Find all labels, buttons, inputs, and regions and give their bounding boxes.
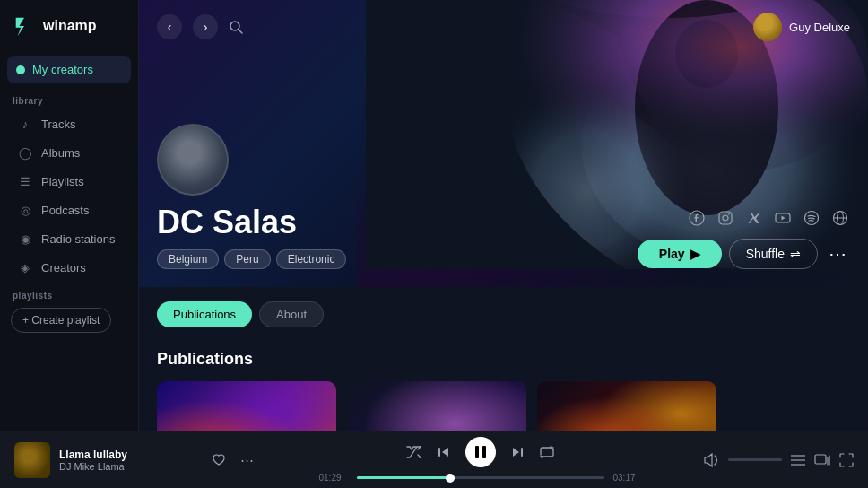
avatar[interactable] xyxy=(753,13,782,41)
heart-icon xyxy=(212,453,226,467)
fullscreen-icon xyxy=(839,453,854,467)
sidebar-item-tracks[interactable]: ♪ Tracks xyxy=(5,110,133,137)
sidebar-item-podcasts[interactable]: ◎ Podcasts xyxy=(5,196,133,223)
artist-actions-bar: Play ▶ Shuffle ⇌ ⋯ xyxy=(638,208,850,269)
play-triangle-icon: ▶ xyxy=(690,247,700,261)
play-button[interactable]: Play ▶ xyxy=(638,240,722,268)
pub-card-2[interactable] xyxy=(347,381,526,431)
music-note-icon: ♪ xyxy=(18,117,32,131)
artist-tag-0[interactable]: Belgium xyxy=(157,249,219,269)
tab-publications[interactable]: Publications xyxy=(157,301,252,327)
like-button[interactable] xyxy=(208,449,230,471)
main-content: ‹ › Guy Deluxe xyxy=(139,0,868,431)
my-creators-indicator xyxy=(16,65,25,74)
pub-card-3[interactable]: Shuttle xyxy=(537,381,716,431)
sidebar-item-label: Radio stations xyxy=(41,232,115,246)
radio-icon: ◉ xyxy=(18,231,32,246)
sidebar-item-label: Podcasts xyxy=(41,204,89,217)
publications-section: Publications Shuttle xyxy=(139,336,868,431)
sidebar-item-albums[interactable]: ◯ Albums xyxy=(5,139,133,166)
user-name: Guy Deluxe xyxy=(789,21,850,34)
volume-button[interactable] xyxy=(703,453,719,467)
more-track-options-button[interactable]: ⋯ xyxy=(237,449,257,472)
player-right xyxy=(703,453,854,467)
cast-button[interactable] xyxy=(814,453,830,467)
shuffle-ctrl-button[interactable] xyxy=(406,446,422,458)
sidebar-item-label: Playlists xyxy=(41,175,84,188)
svg-point-10 xyxy=(728,214,730,215)
next-button[interactable] xyxy=(510,445,525,459)
social-icons xyxy=(687,208,850,228)
forward-button[interactable]: › xyxy=(193,14,218,39)
instagram-icon[interactable] xyxy=(716,208,735,228)
shuffle-ctrl-icon xyxy=(406,446,422,458)
sidebar: winamp My creators library ♪ Tracks ◯ Al… xyxy=(0,0,139,431)
prev-button[interactable] xyxy=(437,445,451,459)
back-button[interactable]: ‹ xyxy=(157,14,182,39)
player-track-title: Llama lullaby xyxy=(59,449,127,461)
publications-title: Publications xyxy=(157,350,850,369)
svg-rect-23 xyxy=(815,455,826,464)
library-section-label: library xyxy=(0,87,138,109)
svg-rect-8 xyxy=(719,212,732,224)
create-playlist-button[interactable]: + Create playlist xyxy=(11,308,111,333)
artist-info: DC Salas Belgium Peru Electronic xyxy=(157,124,346,269)
shuffle-icon: ⇌ xyxy=(790,247,801,261)
shuffle-label: Shuffle xyxy=(746,247,785,261)
artist-tag-1[interactable]: Peru xyxy=(224,249,270,269)
pub-card-art-2 xyxy=(347,381,526,431)
volume-icon xyxy=(703,453,719,467)
sidebar-item-creators[interactable]: ◈ Creators xyxy=(5,254,133,281)
my-creators-label: My creators xyxy=(32,63,93,76)
repeat-icon xyxy=(539,446,555,458)
cast-icon xyxy=(814,453,830,467)
sidebar-item-my-creators[interactable]: My creators xyxy=(7,56,131,83)
progress-bar[interactable] xyxy=(357,476,604,479)
player-time-total: 03:17 xyxy=(613,473,642,483)
sidebar-item-label: Creators xyxy=(41,261,86,274)
top-navigation: ‹ › Guy Deluxe xyxy=(139,0,868,54)
nav-left: ‹ › xyxy=(157,14,243,39)
logo[interactable]: winamp xyxy=(0,0,138,52)
shuffle-button[interactable]: Shuffle ⇌ xyxy=(729,239,818,269)
sidebar-item-playlists[interactable]: ☰ Playlists xyxy=(5,168,133,195)
search-icon xyxy=(229,20,243,34)
queue-icon xyxy=(791,454,805,466)
search-button[interactable] xyxy=(229,20,243,34)
svg-rect-17 xyxy=(475,446,479,458)
logo-text: winamp xyxy=(43,18,97,34)
repeat-button[interactable] xyxy=(539,446,555,458)
winamp-logo-icon xyxy=(13,14,36,38)
player-progress: 01:29 03:17 xyxy=(319,473,642,483)
fullscreen-button[interactable] xyxy=(839,453,854,467)
next-icon xyxy=(510,445,525,459)
svg-rect-16 xyxy=(438,448,440,457)
spotify-icon[interactable] xyxy=(802,208,821,228)
twitter-icon[interactable] xyxy=(744,208,764,228)
globe-icon[interactable] xyxy=(830,208,850,228)
action-buttons: Play ▶ Shuffle ⇌ ⋯ xyxy=(638,239,850,269)
pub-card-art-1 xyxy=(157,381,336,431)
artist-tag-2[interactable]: Electronic xyxy=(276,249,347,269)
pub-card-art-3 xyxy=(537,381,716,431)
facebook-icon[interactable] xyxy=(687,208,707,228)
publications-grid: Shuttle xyxy=(157,381,850,431)
pub-card-1[interactable] xyxy=(157,381,336,431)
sidebar-item-radio[interactable]: ◉ Radio stations xyxy=(5,225,133,252)
queue-button[interactable] xyxy=(791,454,805,466)
player-actions-left: ⋯ xyxy=(208,449,257,472)
youtube-icon[interactable] xyxy=(773,208,793,228)
player-play-pause-button[interactable] xyxy=(465,437,496,467)
player-time-current: 01:29 xyxy=(319,473,348,483)
avatar-image xyxy=(753,13,782,41)
content-tabs: Publications About xyxy=(139,287,868,336)
tab-about[interactable]: About xyxy=(259,301,324,327)
svg-line-1 xyxy=(239,30,242,33)
artist-avatar xyxy=(157,124,229,196)
player-bar: Llama lullaby DJ Mike Llama ⋯ xyxy=(0,431,868,488)
artist-name: DC Salas xyxy=(157,205,346,240)
progress-bar-fill xyxy=(357,476,451,479)
volume-bar[interactable] xyxy=(728,458,782,461)
more-options-button[interactable]: ⋯ xyxy=(825,240,850,268)
podcast-icon: ◎ xyxy=(18,203,32,217)
